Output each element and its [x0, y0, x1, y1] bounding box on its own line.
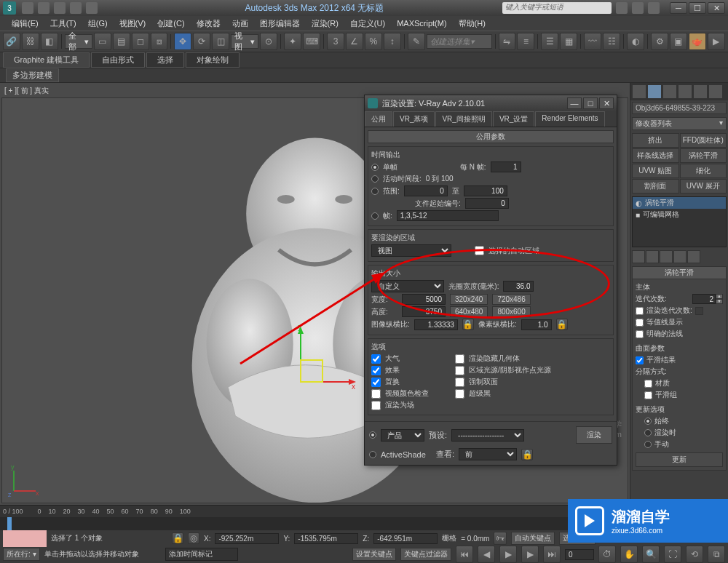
- coord-system-combo[interactable]: 视图 ▾: [231, 34, 258, 49]
- tab-render-elements[interactable]: Render Elements: [535, 111, 604, 127]
- view-combo[interactable]: 前: [459, 448, 517, 460]
- link-icon[interactable]: 🔗: [3, 33, 20, 50]
- goto-start-icon[interactable]: ⏮: [456, 546, 473, 563]
- x-field[interactable]: -925.252m: [215, 533, 279, 544]
- opt-renderfield-checkbox[interactable]: [371, 401, 381, 410]
- select-icon[interactable]: ▭: [94, 33, 111, 50]
- mod-uvwmap-button[interactable]: UVW 贴图: [632, 164, 679, 178]
- prev-frame-icon[interactable]: ◀: [478, 546, 495, 563]
- preset-800x600-button[interactable]: 800x600: [492, 306, 530, 317]
- output-size-combo[interactable]: 自定义: [371, 280, 444, 292]
- width-input[interactable]: [402, 294, 446, 305]
- scale-icon[interactable]: ◫: [212, 33, 229, 50]
- time-range-radio[interactable]: [371, 188, 379, 195]
- stack-unique-icon[interactable]: [660, 250, 673, 263]
- stack-showend-icon[interactable]: [646, 250, 659, 263]
- menu-customize[interactable]: 自定义(U): [344, 18, 391, 29]
- pivot-icon[interactable]: ⊙: [260, 33, 277, 50]
- smooth-result-checkbox[interactable]: [636, 356, 644, 364]
- every-n-input[interactable]: [491, 161, 521, 172]
- next-frame-icon[interactable]: ▶: [521, 546, 539, 563]
- qat-open-icon[interactable]: [38, 2, 50, 14]
- infocenter-icon[interactable]: [616, 2, 628, 14]
- spinner-snap-icon[interactable]: ↕: [384, 33, 401, 50]
- material-editor-icon[interactable]: ◐: [627, 33, 644, 50]
- current-frame-field[interactable]: 0: [565, 549, 594, 560]
- help-search-input[interactable]: 键入关键字或短语: [502, 2, 612, 14]
- tab-vray-gi[interactable]: VR_间接照明: [435, 111, 491, 127]
- dialog-minimize-button[interactable]: —: [567, 97, 582, 109]
- stack-item-editmesh[interactable]: ■可编辑网格: [633, 209, 726, 220]
- snap-icon[interactable]: 3: [327, 33, 344, 50]
- ribbon-graphite-tab[interactable]: Graphite 建模工具: [3, 52, 90, 68]
- motion-tab-icon[interactable]: [678, 84, 692, 99]
- aperture-input[interactable]: [503, 281, 534, 292]
- opt-superblack-checkbox[interactable]: [455, 389, 464, 399]
- script-listener[interactable]: [3, 530, 47, 547]
- opt-arealight-checkbox[interactable]: [455, 366, 464, 375]
- image-aspect-input[interactable]: [414, 319, 458, 330]
- sep-material-checkbox[interactable]: [644, 380, 652, 388]
- select-name-icon[interactable]: ▤: [113, 33, 130, 50]
- time-slider-handle[interactable]: [7, 517, 12, 530]
- select-rect-icon[interactable]: ◻: [132, 33, 149, 50]
- render-production-icon[interactable]: 🫖: [689, 33, 706, 50]
- render-frame-icon[interactable]: ▣: [670, 33, 687, 50]
- mod-splinesel-button[interactable]: 样条线选择: [632, 148, 679, 163]
- render-iter-input[interactable]: [695, 307, 703, 315]
- utilities-tab-icon[interactable]: [708, 84, 723, 99]
- mod-extrude-button[interactable]: 挤出: [632, 133, 679, 148]
- menu-animation[interactable]: 动画: [226, 18, 254, 29]
- qat-new-icon[interactable]: [22, 2, 33, 14]
- selection-filter-combo[interactable]: 全部 ▾: [65, 34, 92, 49]
- pixel-aspect-input[interactable]: [521, 319, 552, 330]
- stack-remove-icon[interactable]: [673, 250, 687, 263]
- layers-icon[interactable]: ☰: [541, 33, 558, 50]
- help-icon[interactable]: [648, 2, 660, 14]
- star-icon[interactable]: [632, 2, 644, 14]
- orbit-icon[interactable]: ⟲: [686, 546, 703, 563]
- stack-item-turbosmooth[interactable]: ◐涡轮平滑: [633, 197, 726, 209]
- named-sel-edit-icon[interactable]: ✎: [408, 33, 425, 50]
- height-input[interactable]: [402, 306, 446, 317]
- ribbon-select-tab[interactable]: 选择: [146, 52, 184, 68]
- opt-atmospherics-checkbox[interactable]: [371, 354, 381, 364]
- render-icon[interactable]: ▶: [708, 33, 725, 50]
- opt-effects-checkbox[interactable]: [371, 366, 381, 375]
- stack-config-icon[interactable]: [687, 250, 700, 263]
- modifier-list-combo[interactable]: 修改器列表▾: [632, 117, 727, 130]
- isoline-checkbox[interactable]: [636, 319, 644, 327]
- range-from-input[interactable]: [404, 185, 448, 196]
- preset-640x480-button[interactable]: 640x480: [450, 306, 488, 317]
- mod-ffd-button[interactable]: FFD(圆柱体): [680, 133, 727, 148]
- minimize-button[interactable]: ─: [670, 2, 687, 14]
- dialog-maximize-button[interactable]: □: [583, 97, 598, 109]
- menu-tools[interactable]: 工具(T): [44, 18, 82, 29]
- time-single-radio[interactable]: [371, 164, 379, 171]
- unlink-icon[interactable]: ⛓: [22, 33, 39, 50]
- image-aspect-lock-icon[interactable]: 🔒: [462, 319, 474, 330]
- opt-vidcolor-checkbox[interactable]: [371, 389, 381, 399]
- view-lock-icon[interactable]: 🔒: [521, 449, 533, 460]
- menu-help[interactable]: 帮助(H): [453, 18, 491, 29]
- maximize-button[interactable]: ☐: [689, 2, 706, 14]
- angle-snap-icon[interactable]: ∠: [346, 33, 363, 50]
- preset-combo[interactable]: -------------------: [451, 429, 524, 442]
- menu-views[interactable]: 视图(V): [114, 18, 152, 29]
- menu-maxscript[interactable]: MAXScript(M): [391, 19, 452, 28]
- qat-save-icon[interactable]: [54, 2, 66, 14]
- play-icon[interactable]: ▶: [499, 546, 517, 563]
- frames-input[interactable]: [397, 210, 499, 221]
- time-config-icon[interactable]: ⏱: [598, 546, 616, 563]
- mod-turbosmooth-button[interactable]: 涡轮平滑: [680, 148, 727, 163]
- sep-smooth-checkbox[interactable]: [644, 391, 652, 399]
- iterations-input[interactable]: [692, 294, 716, 304]
- pixel-aspect-lock-icon[interactable]: 🔒: [556, 319, 568, 330]
- zoom-extents-icon[interactable]: ⛶: [664, 546, 681, 563]
- render-iter-checkbox[interactable]: [636, 307, 644, 315]
- setkey-button[interactable]: 设置关键点: [352, 548, 396, 561]
- menu-edit[interactable]: 编辑(E): [6, 18, 44, 29]
- move-icon[interactable]: ✥: [174, 33, 191, 50]
- explicit-normals-checkbox[interactable]: [636, 330, 644, 338]
- bind-icon[interactable]: ◧: [41, 33, 58, 50]
